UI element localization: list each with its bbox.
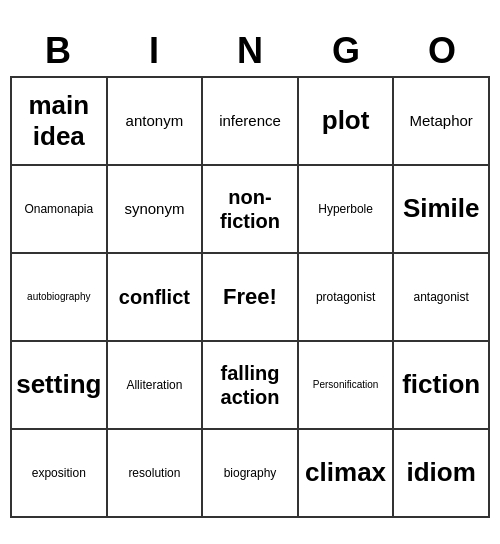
cell-text: synonym (124, 200, 184, 218)
bingo-header: BINGO (10, 26, 490, 76)
cell-r4-c1: resolution (108, 430, 204, 518)
cell-text: non-fiction (207, 185, 293, 233)
cell-text: antagonist (413, 290, 468, 304)
cell-r3-c4: fiction (394, 342, 490, 430)
cell-text: conflict (119, 285, 190, 309)
cell-r4-c2: biography (203, 430, 299, 518)
cell-r0-c0: main idea (12, 78, 108, 166)
cell-text: biography (224, 466, 277, 480)
cell-text: exposition (32, 466, 86, 480)
header-letter: I (106, 26, 202, 76)
cell-r2-c1: conflict (108, 254, 204, 342)
cell-r2-c2: Free! (203, 254, 299, 342)
cell-text: protagonist (316, 290, 375, 304)
cell-r2-c3: protagonist (299, 254, 395, 342)
cell-r3-c3: Personification (299, 342, 395, 430)
cell-r2-c4: antagonist (394, 254, 490, 342)
cell-r1-c3: Hyperbole (299, 166, 395, 254)
cell-text: fiction (402, 369, 480, 400)
cell-text: climax (305, 457, 386, 488)
cell-r0-c3: plot (299, 78, 395, 166)
cell-text: autobiography (27, 291, 90, 303)
header-letter: N (202, 26, 298, 76)
cell-text: antonym (126, 112, 184, 130)
cell-text: Alliteration (126, 378, 182, 392)
cell-text: idiom (407, 457, 476, 488)
cell-r4-c3: climax (299, 430, 395, 518)
cell-text: Onamonapia (24, 202, 93, 216)
cell-text: inference (219, 112, 281, 130)
cell-text: resolution (128, 466, 180, 480)
cell-r3-c0: setting (12, 342, 108, 430)
bingo-grid: main ideaantonyminferenceplotMetaphorOna… (10, 76, 490, 518)
cell-r4-c4: idiom (394, 430, 490, 518)
cell-text: Metaphor (410, 112, 473, 130)
bingo-card: BINGO main ideaantonyminferenceplotMetap… (10, 26, 490, 518)
header-letter: O (394, 26, 490, 76)
cell-r2-c0: autobiography (12, 254, 108, 342)
cell-r3-c1: Alliteration (108, 342, 204, 430)
cell-text: Personification (313, 379, 379, 391)
cell-text: Free! (223, 284, 277, 310)
cell-r1-c1: synonym (108, 166, 204, 254)
cell-text: Hyperbole (318, 202, 373, 216)
cell-r1-c4: Simile (394, 166, 490, 254)
cell-text: main idea (16, 90, 102, 152)
cell-r4-c0: exposition (12, 430, 108, 518)
cell-text: Simile (403, 193, 480, 224)
header-letter: B (10, 26, 106, 76)
cell-r1-c2: non-fiction (203, 166, 299, 254)
cell-r0-c2: inference (203, 78, 299, 166)
cell-text: falling action (207, 361, 293, 409)
cell-r1-c0: Onamonapia (12, 166, 108, 254)
header-letter: G (298, 26, 394, 76)
cell-r0-c4: Metaphor (394, 78, 490, 166)
cell-r0-c1: antonym (108, 78, 204, 166)
cell-text: plot (322, 105, 370, 136)
cell-r3-c2: falling action (203, 342, 299, 430)
cell-text: setting (16, 369, 101, 400)
